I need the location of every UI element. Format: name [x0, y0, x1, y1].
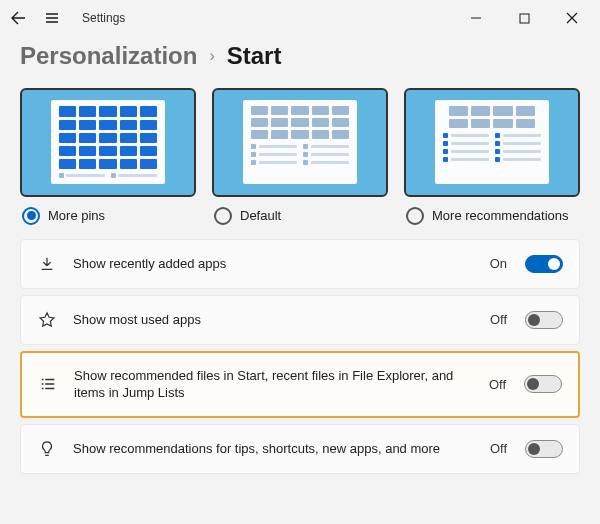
layout-option-more-recommendations[interactable]: More recommendations	[404, 88, 580, 225]
minimize-button[interactable]	[456, 4, 496, 32]
toggle-switch[interactable]	[525, 255, 563, 273]
setting-row[interactable]: Show recommended files in Start, recent …	[20, 351, 580, 418]
layout-option-label: More recommendations	[432, 208, 569, 223]
layout-options: More pins	[20, 88, 580, 225]
titlebar: Settings	[0, 0, 600, 36]
setting-state: Off	[490, 312, 507, 327]
svg-rect-0	[520, 14, 529, 23]
menu-button[interactable]	[42, 8, 62, 28]
layout-option-label: Default	[240, 208, 281, 223]
radio-more-pins[interactable]	[22, 207, 40, 225]
star-icon	[37, 310, 57, 330]
settings-list: Show recently added appsOnShow most used…	[20, 239, 580, 474]
setting-row[interactable]: Show recently added appsOn	[20, 239, 580, 289]
layout-preview-default	[212, 88, 388, 197]
list-icon	[38, 374, 58, 394]
setting-label: Show recommended files in Start, recent …	[74, 367, 473, 402]
back-button[interactable]	[8, 8, 28, 28]
setting-state: Off	[490, 441, 507, 456]
layout-preview-more-recommendations	[404, 88, 580, 197]
layout-option-label: More pins	[48, 208, 105, 223]
titlebar-title: Settings	[82, 11, 125, 25]
toggle-switch[interactable]	[525, 311, 563, 329]
setting-label: Show most used apps	[73, 311, 474, 329]
lightbulb-icon	[37, 439, 57, 459]
toggle-switch[interactable]	[525, 440, 563, 458]
toggle-switch[interactable]	[524, 375, 562, 393]
setting-row[interactable]: Show recommendations for tips, shortcuts…	[20, 424, 580, 474]
layout-preview-more-pins	[20, 88, 196, 197]
setting-state: Off	[489, 377, 506, 392]
chevron-right-icon: ›	[209, 47, 214, 65]
breadcrumb-current: Start	[227, 42, 282, 70]
setting-state: On	[490, 256, 507, 271]
setting-row[interactable]: Show most used appsOff	[20, 295, 580, 345]
breadcrumb-parent[interactable]: Personalization	[20, 42, 197, 70]
breadcrumb: Personalization › Start	[20, 42, 580, 70]
radio-default[interactable]	[214, 207, 232, 225]
setting-label: Show recently added apps	[73, 255, 474, 273]
setting-label: Show recommendations for tips, shortcuts…	[73, 440, 474, 458]
maximize-button[interactable]	[504, 4, 544, 32]
download-icon	[37, 254, 57, 274]
radio-more-recommendations[interactable]	[406, 207, 424, 225]
layout-option-default[interactable]: Default	[212, 88, 388, 225]
layout-option-more-pins[interactable]: More pins	[20, 88, 196, 225]
close-button[interactable]	[552, 4, 592, 32]
